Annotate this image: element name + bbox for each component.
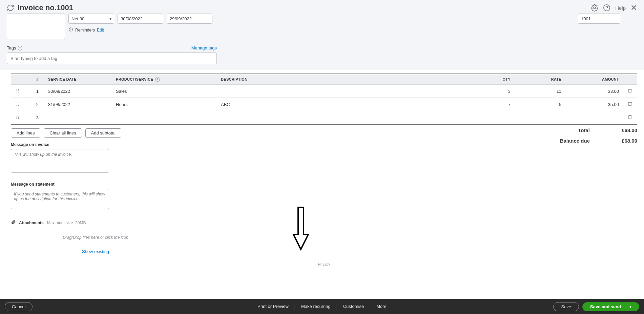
reminders-edit-link[interactable]: Edit	[97, 28, 104, 33]
col-header-service-date: SERVICE DATE	[45, 74, 112, 85]
tags-input[interactable]	[7, 53, 217, 64]
clear-all-lines-button[interactable]: Clear all lines	[44, 128, 82, 138]
recurring-icon	[7, 4, 14, 12]
cell-qty[interactable]: 3	[466, 85, 514, 98]
svg-point-1	[604, 5, 610, 11]
svg-rect-4	[628, 89, 631, 92]
cell-rate[interactable]	[514, 111, 565, 124]
show-existing-link[interactable]: Show existing	[82, 249, 109, 254]
invoice-date-input[interactable]: 30/08/2022	[118, 14, 163, 24]
drag-handle-icon[interactable]: ⠿	[11, 98, 24, 111]
cell-description[interactable]: ABC	[217, 98, 466, 111]
message-invoice-textarea[interactable]	[11, 149, 109, 173]
help-icon[interactable]	[603, 4, 610, 12]
table-row[interactable]: ⠿3	[11, 111, 637, 124]
svg-point-0	[594, 7, 596, 9]
row-number: 1	[24, 85, 45, 98]
cell-amount[interactable]	[565, 111, 622, 124]
message-invoice-label: Message on invoice	[11, 142, 637, 147]
total-label: Total	[578, 127, 590, 133]
gear-icon[interactable]	[591, 4, 598, 12]
col-header-num: #	[24, 74, 45, 85]
help-circle-icon[interactable]: ?	[155, 77, 160, 82]
attachments-label: Attachments	[19, 221, 44, 225]
privacy-link[interactable]: Privacy	[11, 262, 637, 266]
cell-rate[interactable]: 5	[514, 98, 565, 111]
cell-qty[interactable]: 7	[466, 98, 514, 111]
add-subtotal-button[interactable]: Add subtotal	[85, 128, 121, 138]
cell-amount[interactable]: 33.00	[565, 85, 622, 98]
due-date-value: 29/09/2022	[170, 16, 192, 21]
terms-value: Net 30	[71, 16, 84, 21]
cell-rate[interactable]: 11	[514, 85, 565, 98]
balance-due-label: Balance due	[560, 138, 590, 144]
total-value: £68.00	[610, 127, 637, 133]
message-statement-textarea[interactable]	[11, 189, 109, 209]
invoice-number-input[interactable]: 1001	[578, 14, 620, 24]
help-label[interactable]: Help	[615, 5, 626, 11]
tags-label: Tags	[7, 45, 16, 50]
cell-product[interactable]: Sales	[112, 85, 217, 98]
col-header-amount: AMOUNT	[565, 74, 622, 85]
reminders-label: Reminders	[75, 28, 95, 33]
svg-rect-6	[628, 116, 631, 119]
table-row[interactable]: ⠿130/08/2022Sales31133.00	[11, 85, 637, 98]
drag-handle-icon[interactable]: ⠿	[11, 111, 24, 124]
cell-service-date[interactable]: 31/08/2022	[45, 98, 112, 111]
row-number: 3	[24, 111, 45, 124]
attachments-drop-zone[interactable]: Drag/Drop files here or click the icon	[11, 229, 180, 246]
line-items-table: # SERVICE DATE PRODUCT/SERVICE ? DESCRIP…	[11, 74, 637, 124]
delete-row-icon[interactable]	[622, 98, 637, 111]
delete-row-icon[interactable]	[622, 111, 637, 124]
cell-description[interactable]	[217, 85, 466, 98]
cell-service-date[interactable]: 30/08/2022	[45, 85, 112, 98]
attachments-hint: Maximum size: 20MB	[47, 221, 86, 225]
invoice-date-value: 30/08/2022	[121, 16, 143, 21]
cell-description[interactable]	[217, 111, 466, 124]
col-header-product: PRODUCT/SERVICE	[116, 77, 153, 81]
chevron-down-icon[interactable]: ▾	[107, 14, 114, 24]
col-header-qty: QTY	[466, 74, 514, 85]
svg-rect-5	[628, 103, 631, 106]
due-date-input[interactable]: 29/09/2022	[167, 14, 212, 24]
col-header-description: DESCRIPTION	[217, 74, 466, 85]
clock-icon	[68, 27, 73, 33]
billing-address-box[interactable]	[7, 14, 65, 39]
message-statement-label: Message on statement	[11, 182, 637, 187]
cell-product[interactable]: Hours	[112, 98, 217, 111]
close-icon[interactable]: ✕	[630, 4, 637, 12]
page-title: Invoice no.1001	[18, 3, 73, 12]
help-circle-icon[interactable]: ?	[18, 46, 22, 50]
manage-tags-link[interactable]: Manage tags	[191, 45, 217, 50]
cell-qty[interactable]	[466, 111, 514, 124]
paperclip-icon	[11, 219, 16, 226]
delete-row-icon[interactable]	[622, 85, 637, 98]
drag-handle-icon[interactable]: ⠿	[11, 85, 24, 98]
add-lines-button[interactable]: Add lines	[11, 128, 40, 138]
table-row[interactable]: ⠿231/08/2022HoursABC7535.00	[11, 98, 637, 111]
cell-product[interactable]	[112, 111, 217, 124]
drop-zone-text: Drag/Drop files here or click the icon	[63, 235, 128, 240]
row-number: 2	[24, 98, 45, 111]
balance-due-value: £68.00	[610, 138, 637, 144]
cell-amount[interactable]: 35.00	[565, 98, 622, 111]
cell-service-date[interactable]	[45, 111, 112, 124]
col-header-rate: RATE	[514, 74, 565, 85]
invoice-number-value: 1001	[581, 16, 591, 21]
